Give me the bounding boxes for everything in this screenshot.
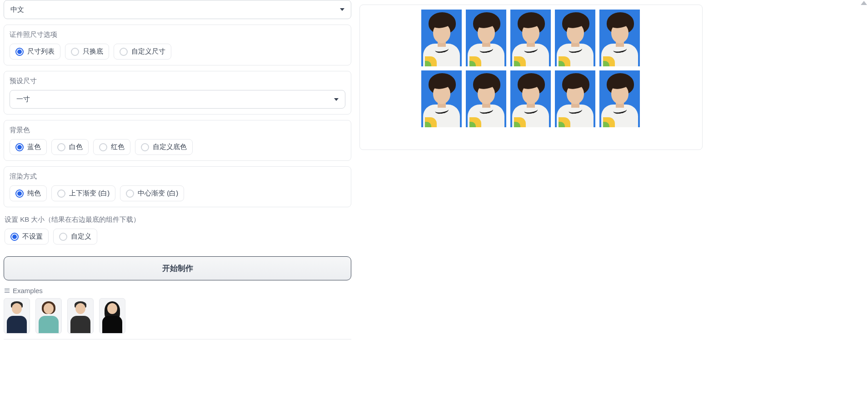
bg-color-radios: 蓝色 白色 红色 自定义底色 xyxy=(10,139,345,155)
kb-size-card: 设置 KB 大小（结果在右边最底的组件下载） 不设置 自定义 xyxy=(4,213,351,251)
radio-dot-icon xyxy=(15,48,24,56)
output-column xyxy=(359,0,864,339)
radio-render-cgrad[interactable]: 中心渐变 (白) xyxy=(120,185,184,201)
bg-color-card: 背景色 蓝色 白色 红色 自定义底色 xyxy=(4,120,351,161)
output-card xyxy=(359,5,703,150)
radio-custom-size[interactable]: 自定义尺寸 xyxy=(114,44,171,60)
settings-column: 中文 证件照尺寸选项 尺寸列表 只换底 自定义尺寸 预设尺寸 一寸 背景色 蓝色… xyxy=(4,0,351,339)
example-thumb-2[interactable] xyxy=(35,298,62,334)
id-photo xyxy=(466,70,506,127)
id-photo xyxy=(510,70,551,127)
radio-dot-icon xyxy=(57,143,65,151)
radio-render-vgrad[interactable]: 上下渐变 (白) xyxy=(51,185,115,201)
radio-dot-icon xyxy=(59,233,67,241)
language-dropdown[interactable]: 中文 xyxy=(4,0,351,19)
radio-bg-only[interactable]: 只换底 xyxy=(65,44,109,60)
language-value: 中文 xyxy=(10,5,24,14)
scroll-up-indicator xyxy=(861,1,867,5)
radio-dot-icon xyxy=(15,143,24,151)
bg-color-label: 背景色 xyxy=(10,126,345,135)
page: 中文 证件照尺寸选项 尺寸列表 只换底 自定义尺寸 预设尺寸 一寸 背景色 蓝色… xyxy=(0,0,868,349)
radio-bg-custom[interactable]: 自定义底色 xyxy=(135,139,193,155)
example-thumb-1[interactable] xyxy=(4,298,30,334)
preset-size-label: 预设尺寸 xyxy=(10,77,345,85)
example-thumb-4[interactable] xyxy=(99,298,125,334)
chevron-down-icon xyxy=(334,98,339,101)
examples-row xyxy=(4,298,351,334)
id-photo xyxy=(599,70,640,127)
radio-dot-icon xyxy=(120,48,128,56)
radio-dot-icon xyxy=(99,143,107,151)
footer-divider xyxy=(4,339,351,339)
preset-size-card: 预设尺寸 一寸 xyxy=(4,71,351,115)
radio-kb-none[interactable]: 不设置 xyxy=(5,229,49,244)
radio-dot-icon xyxy=(126,190,134,198)
kb-size-radios: 不设置 自定义 xyxy=(5,229,350,244)
id-photo xyxy=(555,70,595,127)
radio-dot-icon xyxy=(15,190,24,198)
radio-render-solid[interactable]: 纯色 xyxy=(10,185,47,201)
render-mode-label: 渲染方式 xyxy=(10,172,345,181)
start-button[interactable]: 开始制作 xyxy=(4,256,351,280)
id-photo xyxy=(510,10,551,66)
radio-dot-icon xyxy=(71,48,79,56)
id-photo xyxy=(421,70,462,127)
preset-size-dropdown[interactable]: 一寸 xyxy=(10,90,345,109)
chevron-down-icon xyxy=(340,8,344,11)
radio-dot-icon xyxy=(57,190,65,198)
example-thumb-3[interactable] xyxy=(67,298,94,334)
radio-bg-red[interactable]: 红色 xyxy=(93,139,130,155)
photo-grid xyxy=(421,10,698,127)
radio-size-list[interactable]: 尺寸列表 xyxy=(10,44,60,60)
render-mode-card: 渲染方式 纯色 上下渐变 (白) 中心渐变 (白) xyxy=(4,166,351,207)
size-option-radios: 尺寸列表 只换底 自定义尺寸 xyxy=(10,44,345,60)
examples-header: Examples xyxy=(5,287,351,294)
id-photo xyxy=(599,10,640,66)
id-photo xyxy=(421,10,462,66)
id-photo xyxy=(466,10,506,66)
list-icon xyxy=(5,289,10,293)
radio-dot-icon xyxy=(10,233,19,241)
radio-dot-icon xyxy=(141,143,149,151)
radio-bg-blue[interactable]: 蓝色 xyxy=(10,139,47,155)
kb-size-label: 设置 KB 大小（结果在右边最底的组件下载） xyxy=(5,215,350,224)
preset-size-value: 一寸 xyxy=(16,95,30,104)
id-photo xyxy=(555,10,595,66)
render-mode-radios: 纯色 上下渐变 (白) 中心渐变 (白) xyxy=(10,185,345,201)
size-option-card: 证件照尺寸选项 尺寸列表 只换底 自定义尺寸 xyxy=(4,25,351,65)
examples-label: Examples xyxy=(13,287,43,294)
radio-kb-custom[interactable]: 自定义 xyxy=(53,229,97,244)
size-option-label: 证件照尺寸选项 xyxy=(10,30,345,39)
radio-bg-white[interactable]: 白色 xyxy=(51,139,89,155)
